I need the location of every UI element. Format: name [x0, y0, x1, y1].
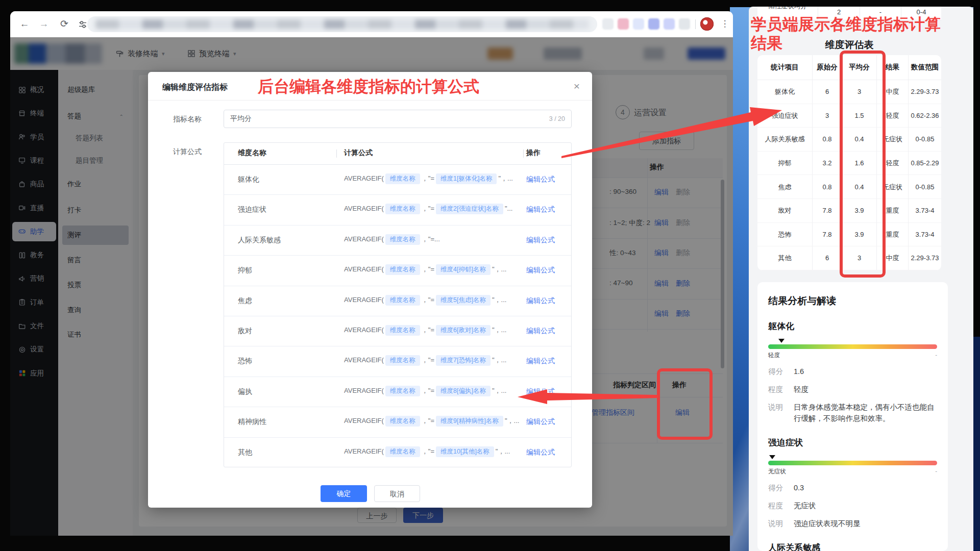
- dimension-row-value: 0-0.85: [909, 175, 941, 199]
- score-label: 得分: [768, 482, 794, 493]
- formula-row: 焦虑AVERAGEIF(维度名称，"=维度5[焦虑]名称"，...编辑公式: [224, 286, 571, 316]
- indicator-name-input[interactable]: 平均分 3 / 20: [224, 110, 572, 128]
- section-name: 躯体化: [768, 320, 937, 332]
- col-formula: 计算公式: [344, 148, 373, 158]
- operator: ，"=: [422, 417, 434, 424]
- edit-formula-link[interactable]: 编辑公式: [526, 357, 555, 366]
- fn-name: AVERAGEIF(: [344, 296, 384, 304]
- dimension-tag[interactable]: 维度1[躯体化]名称: [436, 173, 497, 184]
- formula-expression: AVERAGEIF(维度名称，"=维度4[抑郁]名称"，...: [344, 264, 520, 275]
- extension-icon[interactable]: [633, 18, 644, 30]
- formula-suffix: "，...: [492, 326, 506, 334]
- edit-formula-link[interactable]: 编辑公式: [526, 327, 555, 336]
- severity-dash: -: [935, 468, 937, 475]
- formula-row: 抑郁AVERAGEIF(维度名称，"=维度4[抑郁]名称"，...编辑公式: [224, 256, 571, 286]
- fn-name: AVERAGEIF(: [344, 265, 384, 273]
- fn-name: AVERAGEIF(: [344, 417, 384, 424]
- divider: [148, 100, 592, 101]
- fn-name: AVERAGEIF(: [344, 387, 384, 394]
- col-action: 操作: [526, 148, 541, 158]
- operator: ，"=: [422, 387, 434, 394]
- extension-icon[interactable]: [664, 18, 675, 30]
- field-tag[interactable]: 维度名称: [385, 446, 420, 457]
- annotation-rect-avg-column: [840, 51, 886, 278]
- extension-icon[interactable]: [679, 18, 690, 30]
- dimension-tag[interactable]: 维度6[敌对]名称: [436, 325, 491, 336]
- dimension-row-label: 抑郁: [757, 152, 813, 176]
- description-value: 日常身体感觉基本稳定，偶有小不适也能自行缓解，不影响作息和效率。: [794, 402, 937, 424]
- dimension-tag[interactable]: 维度2[强迫症状]名称: [436, 204, 503, 214]
- cancel-button[interactable]: 取消: [374, 485, 420, 502]
- operator: ，"=: [422, 326, 434, 334]
- browser-menu-icon[interactable]: ⋮: [718, 17, 732, 31]
- screen-edge: [973, 0, 980, 337]
- dimension-row-value: 0.85-2.29: [909, 152, 941, 176]
- degree-value: 无症状: [794, 500, 816, 511]
- field-tag[interactable]: 维度名称: [385, 386, 420, 396]
- address-bar[interactable]: [87, 16, 597, 32]
- fn-name: AVERAGEIF(: [344, 356, 384, 364]
- edit-formula-link[interactable]: 编辑公式: [526, 266, 555, 275]
- back-icon[interactable]: ←: [17, 17, 32, 31]
- toolbar-divider: [695, 19, 696, 29]
- formula-row: 精神病性AVERAGEIF(维度名称，"=维度9[精神病性]名称"，...编辑公…: [224, 407, 571, 437]
- field-tag[interactable]: 维度名称: [385, 173, 420, 184]
- dimension-tag[interactable]: 维度10[其他]名称: [436, 446, 494, 457]
- field-tag[interactable]: 维度名称: [385, 234, 420, 245]
- dimension-row-value: 0.8: [813, 128, 842, 152]
- field-tag[interactable]: 维度名称: [385, 325, 420, 336]
- field-tag[interactable]: 维度名称: [385, 295, 420, 306]
- formula-suffix: "，...: [492, 296, 506, 304]
- analysis-section: 人际关系敏感: [768, 542, 937, 551]
- fn-name: AVERAGEIF(: [344, 447, 384, 455]
- confirm-button[interactable]: 确定: [321, 485, 367, 502]
- browser-toolbar: ← → ⟳ ⋮: [10, 11, 733, 38]
- dimension-name: 强迫症状: [238, 205, 266, 214]
- dimension-name: 焦虑: [238, 296, 252, 306]
- formula-table: 维度名称 计算公式 操作 躯体化AVERAGEIF(维度名称，"=维度1[躯体化…: [224, 142, 572, 467]
- tune-icon[interactable]: [78, 19, 88, 32]
- operator: ，"=: [422, 447, 434, 455]
- severity-level: 轻度: [768, 352, 780, 359]
- dimension-name: 敌对: [238, 327, 252, 336]
- profile-avatar[interactable]: [700, 17, 714, 31]
- formula-suffix: "，...: [492, 387, 506, 394]
- edit-formula-link[interactable]: 编辑公式: [526, 387, 555, 396]
- extension-icon[interactable]: [648, 18, 659, 30]
- score-value: 1.6: [794, 366, 804, 377]
- field-tag[interactable]: 维度名称: [385, 204, 420, 214]
- forward-icon[interactable]: →: [37, 17, 51, 31]
- dimension-name: 精神病性: [238, 417, 266, 427]
- dimension-row-value: 3.73-4: [909, 199, 941, 223]
- field-tag[interactable]: 维度名称: [385, 355, 420, 366]
- degree-label: 程度: [768, 384, 794, 395]
- extension-icon[interactable]: [618, 18, 629, 30]
- edit-formula-link[interactable]: 编辑公式: [526, 175, 555, 184]
- degree-label: 程度: [768, 500, 794, 511]
- operator: ，"=: [422, 265, 434, 273]
- severity-dash: -: [935, 352, 937, 359]
- formula-expression: AVERAGEIF(维度名称，"=维度2[强迫症状]名称"...: [344, 204, 520, 214]
- dimension-name: 抑郁: [238, 266, 252, 275]
- close-icon[interactable]: ×: [574, 80, 580, 92]
- edit-formula-link[interactable]: 编辑公式: [526, 448, 555, 457]
- dimension-tag[interactable]: 维度9[精神病性]名称: [436, 416, 503, 427]
- dimension-tag[interactable]: 维度7[恐怖]名称: [436, 355, 491, 366]
- edit-formula-link[interactable]: 编辑公式: [526, 236, 555, 245]
- dimension-row-label: 人际关系敏感: [757, 128, 813, 152]
- dimension-tag[interactable]: 维度5[焦虑]名称: [436, 295, 491, 306]
- operator: ，"=: [422, 296, 434, 304]
- field-tag[interactable]: 维度名称: [385, 264, 420, 275]
- edit-formula-link[interactable]: 编辑公式: [526, 205, 555, 214]
- formula-expression: AVERAGEIF(维度名称，"=维度5[焦虑]名称"，...: [344, 295, 520, 306]
- refresh-icon[interactable]: ⟳: [57, 17, 71, 31]
- formula-expression: AVERAGEIF(维度名称，"=维度7[恐怖]名称"，...: [344, 355, 520, 366]
- edit-formula-link[interactable]: 编辑公式: [526, 417, 555, 427]
- dimension-tag[interactable]: 维度8[偏执]名称: [436, 386, 491, 396]
- formula-expression: AVERAGEIF(维度名称，"=...: [344, 234, 520, 245]
- dimension-tag[interactable]: 维度4[抑郁]名称: [436, 264, 491, 275]
- field-tag[interactable]: 维度名称: [385, 416, 420, 427]
- edit-formula-link[interactable]: 编辑公式: [526, 296, 555, 306]
- screen-edge-navy: [973, 337, 980, 551]
- extension-icon[interactable]: [602, 18, 614, 30]
